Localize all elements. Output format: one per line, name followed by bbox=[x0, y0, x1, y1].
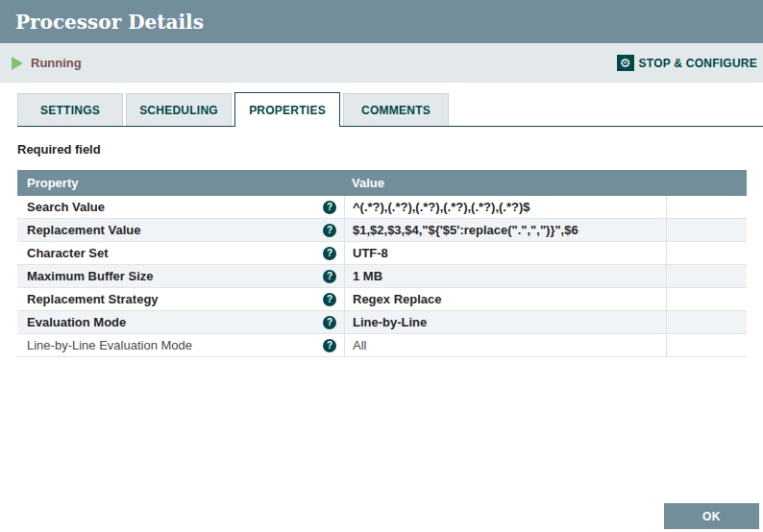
help-icon[interactable]: ? bbox=[323, 224, 336, 237]
property-value: UTF-8 bbox=[344, 242, 666, 264]
help-icon[interactable]: ? bbox=[323, 339, 336, 352]
column-header-value: Value bbox=[344, 176, 666, 190]
row-extra-cell bbox=[666, 242, 747, 264]
status-bar: Running ⚙ STOP & CONFIGURE bbox=[0, 43, 763, 83]
tab-settings[interactable]: SETTINGS bbox=[17, 93, 123, 126]
row-extra-cell bbox=[666, 311, 747, 333]
property-name: Line-by-Line Evaluation Mode bbox=[27, 338, 323, 352]
row-extra-cell bbox=[666, 265, 747, 287]
table-row[interactable]: Evaluation Mode?Line-by-Line bbox=[17, 311, 747, 334]
help-icon[interactable]: ? bbox=[323, 247, 336, 260]
row-extra-cell bbox=[666, 196, 747, 218]
column-header-property: Property bbox=[17, 176, 344, 190]
property-cell: Character Set? bbox=[17, 242, 344, 264]
property-cell: Search Value? bbox=[17, 196, 344, 218]
property-name: Maximum Buffer Size bbox=[27, 269, 323, 283]
run-status-label: Running bbox=[31, 56, 82, 70]
property-cell: Evaluation Mode? bbox=[17, 311, 344, 333]
property-value: $1,$2,$3,$4,"${'$5':replace(".",",")}",$… bbox=[344, 219, 666, 241]
stop-and-configure-label: STOP & CONFIGURE bbox=[639, 57, 757, 70]
table-row[interactable]: Replacement Strategy?Regex Replace bbox=[17, 288, 747, 311]
row-extra-cell bbox=[666, 219, 747, 241]
property-value: Regex Replace bbox=[344, 288, 666, 310]
property-value: All bbox=[344, 334, 666, 356]
required-field-note: Required field bbox=[17, 142, 101, 157]
properties-table-body: Search Value?^(.*?),(.*?),(.*?),(.*?),(.… bbox=[17, 196, 747, 357]
help-icon[interactable]: ? bbox=[323, 316, 336, 329]
tabs: SETTINGSSCHEDULINGPROPERTIESCOMMENTS bbox=[17, 93, 763, 127]
table-row[interactable]: Replacement Value?$1,$2,$3,$4,"${'$5':re… bbox=[17, 219, 747, 242]
row-extra-cell bbox=[666, 334, 747, 356]
table-header-row: Property Value bbox=[17, 170, 747, 196]
table-row[interactable]: Line-by-Line Evaluation Mode?All bbox=[17, 334, 747, 357]
help-icon[interactable]: ? bbox=[323, 201, 336, 214]
help-icon[interactable]: ? bbox=[323, 293, 336, 306]
tab-properties[interactable]: PROPERTIES bbox=[234, 92, 340, 127]
tab-comments[interactable]: COMMENTS bbox=[343, 93, 449, 126]
table-row[interactable]: Character Set?UTF-8 bbox=[17, 242, 747, 265]
property-cell: Line-by-Line Evaluation Mode? bbox=[17, 334, 344, 356]
table-row[interactable]: Maximum Buffer Size?1 MB bbox=[17, 265, 747, 288]
dialog-title: Processor Details bbox=[15, 11, 204, 34]
property-name: Search Value bbox=[27, 200, 323, 214]
help-icon[interactable]: ? bbox=[323, 270, 336, 283]
tab-scheduling[interactable]: SCHEDULING bbox=[126, 93, 232, 126]
row-extra-cell bbox=[666, 288, 747, 310]
property-value: ^(.*?),(.*?),(.*?),(.*?),(.*?),(.*?)$ bbox=[344, 196, 666, 218]
stop-and-configure-button[interactable]: ⚙ STOP & CONFIGURE bbox=[617, 55, 757, 71]
property-name: Replacement Value bbox=[27, 223, 323, 237]
property-cell: Maximum Buffer Size? bbox=[17, 265, 344, 287]
property-cell: Replacement Strategy? bbox=[17, 288, 344, 310]
property-name: Evaluation Mode bbox=[27, 315, 323, 329]
property-cell: Replacement Value? bbox=[17, 219, 344, 241]
dialog-titlebar: Processor Details bbox=[0, 0, 763, 43]
property-value: 1 MB bbox=[344, 265, 666, 287]
gear-icon: ⚙ bbox=[617, 55, 634, 71]
table-row[interactable]: Search Value?^(.*?),(.*?),(.*?),(.*?),(.… bbox=[17, 196, 747, 219]
properties-table: Property Value Search Value?^(.*?),(.*?)… bbox=[17, 170, 747, 357]
property-value: Line-by-Line bbox=[344, 311, 666, 333]
ok-button[interactable]: OK bbox=[664, 503, 759, 529]
property-name: Replacement Strategy bbox=[27, 292, 323, 306]
play-icon bbox=[12, 57, 23, 70]
property-name: Character Set bbox=[27, 246, 323, 260]
